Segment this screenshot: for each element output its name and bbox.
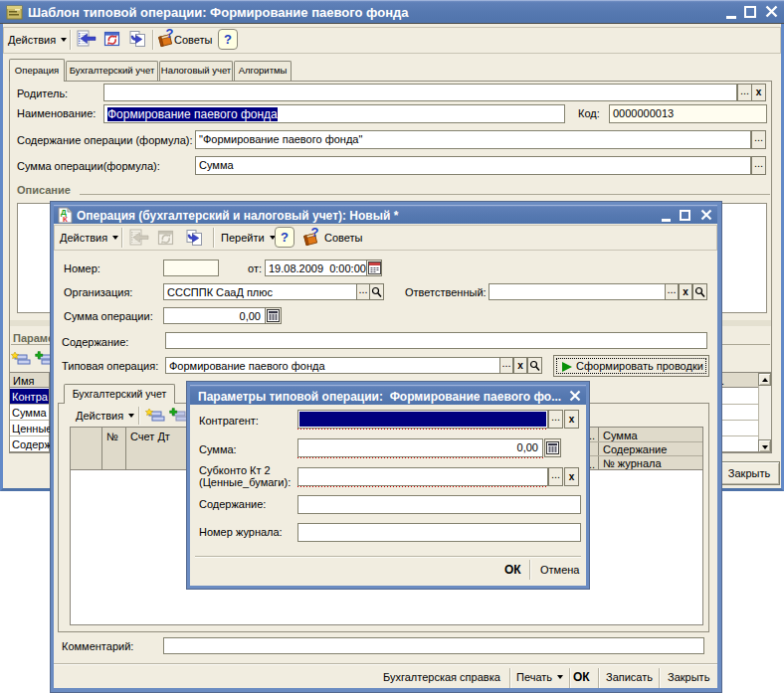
svg-text:?: ? xyxy=(166,27,174,41)
svg-text:?: ? xyxy=(311,226,319,240)
svg-text:К: К xyxy=(63,215,68,224)
